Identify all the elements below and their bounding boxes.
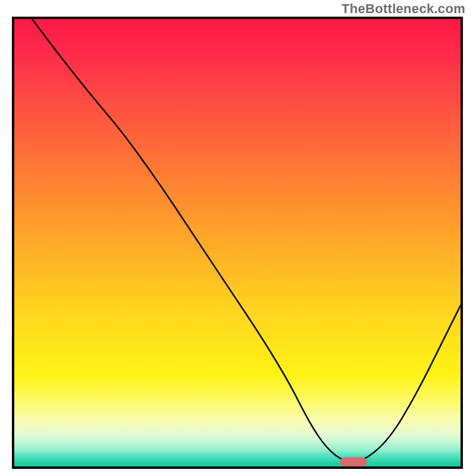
watermark-text: TheBottleneck.com bbox=[342, 1, 465, 17]
optimal-marker bbox=[340, 458, 367, 467]
chart-frame bbox=[12, 17, 463, 469]
chart-stage: TheBottleneck.com bbox=[0, 0, 476, 476]
curve-overlay bbox=[14, 19, 461, 466]
bottleneck-curve bbox=[32, 19, 461, 462]
